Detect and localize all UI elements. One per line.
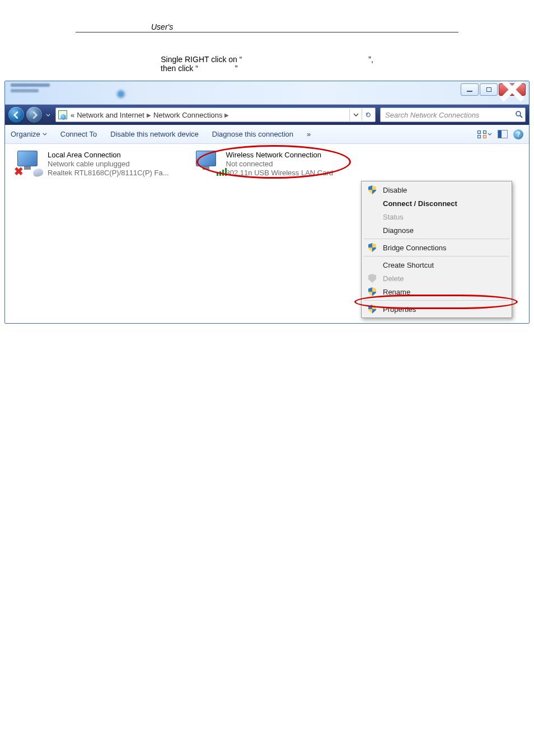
context-menu-bridge[interactable]: Bridge Connections (363, 241, 510, 254)
instruction-text: Single RIGHT click on “ ”, then click “ … (76, 55, 458, 73)
command-toolbar: Organize Connect To Disable this network… (5, 125, 529, 144)
context-menu-connect-label: Connect / Disconnect (383, 199, 457, 208)
context-menu-bridge-label: Bridge Connections (383, 244, 446, 252)
toolbar-view-button[interactable] (477, 130, 492, 138)
connection-item-wlan[interactable]: ✖ Wireless Network Connection Not connec… (193, 151, 333, 178)
network-location-icon (57, 109, 68, 120)
context-menu-disable[interactable]: Disable (363, 183, 510, 197)
instruction-line2-after: ” (235, 64, 238, 73)
window-minimize-button[interactable] (461, 83, 479, 96)
context-menu-rename[interactable]: Rename (363, 285, 510, 298)
refresh-icon (366, 112, 371, 118)
wlan-status: Not connected (226, 160, 333, 169)
context-menu-disable-label: Disable (383, 186, 407, 194)
context-menu-properties[interactable]: Properties (363, 302, 510, 316)
context-menu-status-label: Status (383, 213, 404, 221)
toolbar-organize-label: Organize (11, 130, 40, 138)
context-menu-shortcut[interactable]: Create Shortcut (363, 258, 510, 272)
chevron-down-icon (46, 114, 50, 116)
context-menu-separator (364, 239, 509, 239)
connection-item-lan[interactable]: ✖ Local Area Connection Network cable un… (14, 151, 169, 178)
navigation-bar: « Network and Internet ▶ Network Connect… (5, 105, 529, 125)
nav-back-button[interactable] (8, 107, 24, 123)
titlebar-blurred-region (11, 83, 190, 102)
document-header-rule: User's (76, 22, 458, 32)
toolbar-disable-label: Disable this network device (110, 130, 199, 138)
wlan-title: Wireless Network Connection (226, 151, 333, 160)
instruction-line2-before: then click “ (161, 64, 198, 73)
lan-title: Local Area Connection (48, 151, 169, 160)
lan-device: Realtek RTL8168C(P)/8111C(P) Fa... (48, 169, 169, 178)
toolbar-more-chevron[interactable]: » (307, 130, 311, 138)
toolbar-diagnose-label: Diagnose this connection (212, 130, 293, 138)
svg-point-0 (516, 111, 521, 116)
context-menu-properties-label: Properties (383, 305, 416, 314)
context-menu-shortcut-label: Create Shortcut (383, 261, 434, 269)
shield-icon (368, 274, 376, 283)
shield-icon (368, 243, 376, 252)
nav-history-dropdown[interactable] (44, 107, 52, 123)
context-menu-separator (364, 300, 509, 301)
toolbar-connect-to[interactable]: Connect To (60, 130, 97, 138)
toolbar-help-button[interactable]: ? (513, 129, 523, 139)
chevron-down-icon (488, 133, 492, 136)
context-menu-diagnose[interactable]: Diagnose (363, 223, 510, 237)
help-icon: ? (516, 130, 520, 138)
search-icon (515, 110, 523, 120)
context-menu: Disable Connect / Disconnect Status Diag… (361, 181, 512, 318)
toolbar-organize[interactable]: Organize (11, 130, 47, 138)
context-menu-diagnose-label: Diagnose (383, 226, 414, 235)
arrow-left-icon (13, 111, 20, 119)
instruction-line1-before: Single RIGHT click on “ (161, 55, 242, 64)
shield-icon (368, 185, 376, 194)
window-close-button[interactable] (499, 83, 526, 96)
content-area: ✖ Local Area Connection Network cable un… (5, 144, 529, 323)
explorer-window: « Network and Internet ▶ Network Connect… (4, 81, 530, 324)
search-input[interactable]: Search Network Connections (380, 108, 526, 122)
view-tiles-icon (477, 130, 486, 138)
nav-forward-button[interactable] (26, 107, 42, 123)
refresh-button[interactable] (362, 109, 374, 121)
breadcrumb-overflow[interactable]: « (71, 111, 74, 119)
instruction-line1-after: ”, (368, 55, 373, 64)
toolbar-preview-pane-button[interactable] (498, 130, 508, 138)
chevron-down-icon (353, 112, 359, 118)
wlan-adapter-icon: ✖ (193, 151, 222, 175)
shield-icon (368, 287, 376, 296)
context-menu-separator (364, 256, 509, 256)
document-header-label: User's (151, 22, 173, 31)
chevron-down-icon (43, 133, 47, 136)
breadcrumb-separator-icon: ▶ (147, 112, 151, 118)
breadcrumb-separator-icon: ▶ (224, 112, 229, 118)
shield-icon (368, 305, 376, 314)
breadcrumb-part-network-internet[interactable]: Network and Internet (77, 111, 144, 119)
context-menu-status: Status (363, 210, 510, 223)
window-maximize-button[interactable] (480, 83, 498, 96)
window-titlebar (5, 81, 529, 105)
context-menu-rename-label: Rename (383, 288, 410, 296)
close-icon (499, 81, 525, 102)
search-placeholder: Search Network Connections (385, 111, 515, 119)
toolbar-more-label: » (307, 130, 311, 138)
arrow-right-icon (31, 111, 38, 119)
address-dropdown-button[interactable] (349, 109, 362, 121)
toolbar-connect-to-label: Connect To (60, 130, 97, 138)
address-bar[interactable]: « Network and Internet ▶ Network Connect… (55, 108, 376, 122)
lan-adapter-icon: ✖ (14, 151, 43, 175)
wlan-device: 802.11n USB Wireless LAN Card (226, 169, 333, 178)
breadcrumb-part-network-connections[interactable]: Network Connections (153, 111, 223, 119)
context-menu-delete: Delete (363, 272, 510, 285)
context-menu-delete-label: Delete (383, 274, 404, 283)
lan-status: Network cable unplugged (48, 160, 169, 169)
toolbar-diagnose[interactable]: Diagnose this connection (212, 130, 293, 138)
toolbar-disable-device[interactable]: Disable this network device (110, 130, 199, 138)
context-menu-connect[interactable]: Connect / Disconnect (363, 197, 510, 210)
